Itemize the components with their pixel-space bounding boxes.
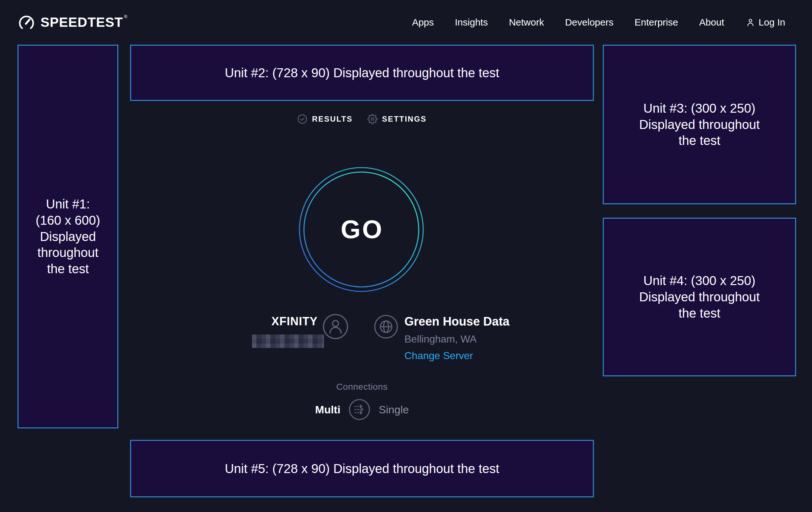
- nav-item-developers[interactable]: Developers: [565, 17, 614, 28]
- nav-item-network[interactable]: Network: [509, 17, 544, 28]
- go-button[interactable]: GO: [298, 166, 425, 293]
- speedometer-icon: [18, 14, 35, 31]
- nav-item-insights[interactable]: Insights: [455, 17, 488, 28]
- nav-item-about[interactable]: About: [699, 17, 724, 28]
- go-button-label: GO: [298, 166, 425, 293]
- ad-unit-2[interactable]: Unit #2: (728 x 90) Displayed throughout…: [130, 45, 594, 101]
- nav-item-enterprise[interactable]: Enterprise: [634, 17, 678, 28]
- server-globe-icon[interactable]: [374, 315, 398, 339]
- speedtest-page: SPEEDTEST ® Apps Insights Network Develo…: [0, 0, 812, 512]
- ad-unit-5-label: Unit #5: (728 x 90) Displayed throughout…: [225, 461, 499, 477]
- ad-unit-4[interactable]: Unit #4: (300 x 250) Displayed throughou…: [603, 218, 796, 376]
- isp-name: XFINITY: [204, 315, 318, 328]
- gear-icon: [368, 114, 378, 124]
- ad-unit-3-label: Unit #3: (300 x 250) Displayed throughou…: [639, 100, 760, 149]
- isp-user-icon[interactable]: [322, 314, 349, 340]
- connections-toggle-row: Multi Single: [130, 399, 594, 421]
- ad-unit-5[interactable]: Unit #5: (728 x 90) Displayed throughout…: [130, 440, 594, 497]
- nav-item-apps[interactable]: Apps: [412, 17, 434, 28]
- connections-multi-option[interactable]: Multi: [315, 403, 340, 416]
- ad-unit-1-label: Unit #1: (160 x 600) Displayed throughou…: [36, 196, 100, 277]
- results-settings-tabs: RESULTS SETTINGS: [130, 112, 594, 126]
- main-nav: Apps Insights Network Developers Enterpr…: [412, 17, 785, 28]
- tab-settings[interactable]: SETTINGS: [368, 114, 427, 124]
- user-icon: [745, 17, 756, 27]
- logo-text: SPEEDTEST: [40, 15, 123, 30]
- check-circle-icon: [297, 114, 308, 124]
- server-info: Green House Data Bellingham, WA Change S…: [404, 315, 509, 362]
- ad-unit-1[interactable]: Unit #1: (160 x 600) Displayed throughou…: [18, 45, 118, 428]
- speedtest-logo[interactable]: SPEEDTEST ®: [18, 14, 127, 31]
- tab-results[interactable]: RESULTS: [297, 114, 353, 124]
- change-server-link[interactable]: Change Server: [404, 350, 473, 362]
- ad-unit-2-label: Unit #2: (728 x 90) Displayed throughout…: [225, 65, 499, 81]
- logo-wordmark: SPEEDTEST ®: [40, 15, 127, 30]
- connections-single-option[interactable]: Single: [379, 403, 409, 416]
- top-nav-bar: SPEEDTEST ® Apps Insights Network Develo…: [0, 0, 812, 45]
- server-location: Bellingham, WA: [404, 333, 509, 345]
- ad-unit-4-label: Unit #4: (300 x 250) Displayed throughou…: [639, 273, 760, 321]
- tab-settings-label: SETTINGS: [382, 115, 427, 124]
- logo-trademark: ®: [124, 14, 127, 29]
- login-label: Log In: [759, 17, 785, 28]
- censored-ip-address: [252, 334, 324, 348]
- connections-title: Connections: [130, 382, 594, 392]
- server-name: Green House Data: [404, 315, 509, 328]
- login-button[interactable]: Log In: [745, 17, 785, 28]
- tab-results-label: RESULTS: [312, 115, 353, 124]
- ad-unit-3[interactable]: Unit #3: (300 x 250) Displayed throughou…: [603, 45, 796, 204]
- connections-toggle-icon[interactable]: [349, 399, 370, 421]
